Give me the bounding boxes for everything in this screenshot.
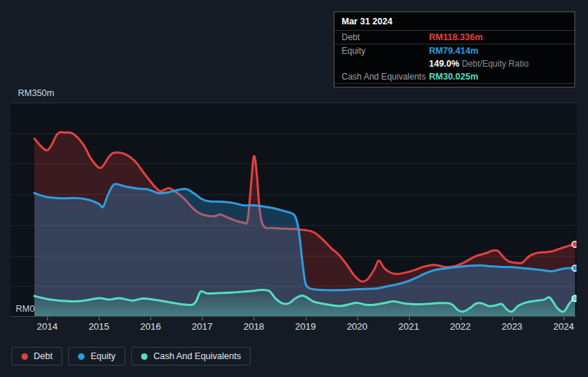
debt-legend-dot <box>21 353 28 360</box>
cash-and-equivalents-end-dot <box>572 295 577 301</box>
x-tick-2022 <box>461 317 461 320</box>
debt-equity-ratio-label: Debt/Equity Ratio <box>459 59 529 69</box>
legend-item-label: Equity <box>90 351 115 361</box>
tooltip-row-cash-and-equivalents: Cash And EquivalentsRM30.025m <box>334 70 574 84</box>
x-tick-2024 <box>564 317 564 320</box>
x-tick-2020 <box>357 317 358 320</box>
legend-item-equity[interactable]: Equity <box>68 347 125 366</box>
tooltip-row-value: RM30.025m <box>429 72 478 82</box>
x-label-2016: 2016 <box>135 321 166 332</box>
legend-item-debt[interactable]: Debt <box>11 347 62 366</box>
x-tick-2016 <box>150 317 151 320</box>
x-label-2024: 2024 <box>548 321 579 332</box>
x-tick-2021 <box>409 317 410 320</box>
tooltip-row-debt: DebtRM118.336m <box>334 31 574 44</box>
equity-legend-dot <box>78 353 85 360</box>
legend-item-label: Cash And Equivalents <box>153 351 241 361</box>
x-label-2015: 2015 <box>83 321 115 332</box>
equity-end-dot <box>572 265 577 271</box>
x-tick-2019 <box>306 317 307 320</box>
x-label-2018: 2018 <box>238 321 269 332</box>
chart-tooltip: Mar 31 2024 DebtRM118.336mEquityRM79.414… <box>334 11 575 87</box>
tooltip-row-value: RM118.336m <box>429 32 483 42</box>
x-label-2019: 2019 <box>290 321 322 332</box>
debt-end-dot <box>572 242 577 247</box>
x-label-2014: 2014 <box>32 321 63 332</box>
tooltip-row-label: Debt <box>342 32 429 42</box>
tooltip-date: Mar 31 2024 <box>334 12 574 31</box>
x-label-2020: 2020 <box>342 321 373 332</box>
tooltip-row-label: Cash And Equivalents <box>342 72 429 82</box>
chart-svg <box>11 102 577 317</box>
x-axis-line <box>11 316 577 317</box>
x-label-2023: 2023 <box>496 321 528 332</box>
tooltip-row-equity: EquityRM79.414m <box>334 44 574 57</box>
plot-area[interactable] <box>11 102 577 317</box>
x-tick-2015 <box>99 317 100 320</box>
tooltip-row-label: Equity <box>342 46 429 56</box>
x-label-2022: 2022 <box>445 321 476 332</box>
cash-legend-dot <box>141 353 148 360</box>
legend-item-label: Debt <box>34 351 52 361</box>
debt-equity-ratio-value: 149.0% <box>429 59 459 69</box>
x-tick-2014 <box>47 317 48 320</box>
chart-legend: DebtEquityCash And Equivalents <box>11 347 251 366</box>
debt-equity-history-chart: RM350m RM0 20142015201620172018201920202… <box>0 0 588 377</box>
tooltip-row-value: RM79.414m <box>429 46 478 56</box>
tooltip-row-value: 149.0% Debt/Equity Ratio <box>429 59 529 69</box>
x-tick-2018 <box>254 317 254 320</box>
x-tick-2017 <box>202 317 203 320</box>
x-label-2021: 2021 <box>393 321 425 332</box>
x-label-2017: 2017 <box>186 321 218 332</box>
tooltip-row-ratio: 149.0% Debt/Equity Ratio <box>334 57 574 70</box>
legend-item-cash[interactable]: Cash And Equivalents <box>131 347 251 366</box>
x-tick-2023 <box>512 317 513 320</box>
y-axis-max-label: RM350m <box>18 88 54 98</box>
y-axis-zero-label: RM0 <box>16 304 34 314</box>
